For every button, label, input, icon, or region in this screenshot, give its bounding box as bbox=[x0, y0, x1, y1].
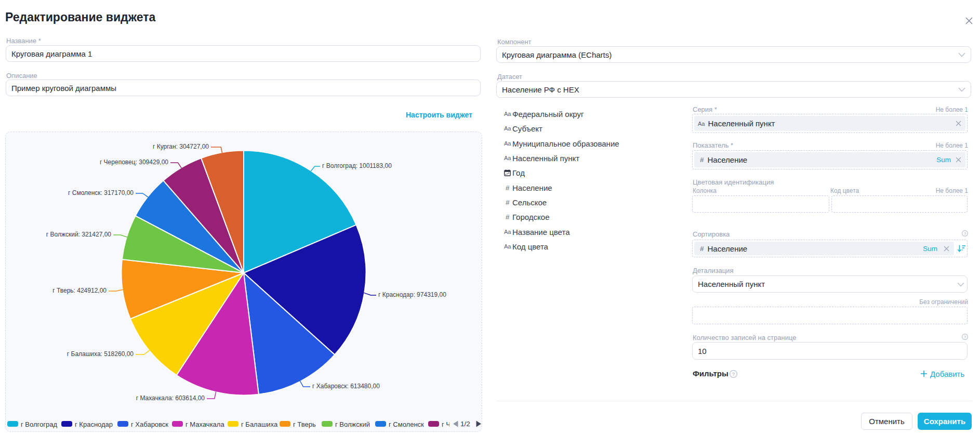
svg-text:?: ? bbox=[732, 371, 735, 377]
svg-text:?: ? bbox=[964, 231, 966, 236]
svg-text:?: ? bbox=[964, 335, 966, 339]
